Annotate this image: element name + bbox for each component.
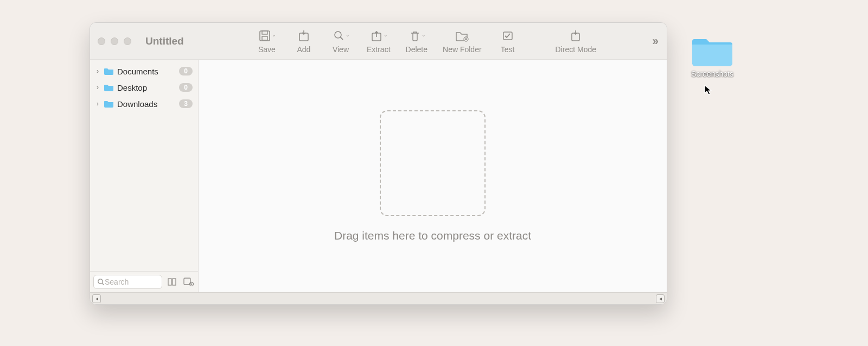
save-button[interactable]: ⌄ Save bbox=[256, 29, 278, 54]
window-controls bbox=[98, 37, 131, 45]
svg-text:⌄: ⌄ bbox=[272, 32, 275, 37]
test-icon bbox=[502, 29, 514, 42]
sidebar-item-label: Desktop bbox=[117, 83, 147, 92]
folder-icon bbox=[104, 67, 114, 75]
desktop-folder-label: Screenshots bbox=[688, 70, 737, 78]
search-input[interactable] bbox=[105, 278, 158, 286]
disclosure-icon[interactable]: › bbox=[94, 84, 101, 91]
svg-rect-14 bbox=[168, 279, 171, 285]
toolbar-overflow-button[interactable]: ›› bbox=[652, 34, 659, 48]
dropzone[interactable] bbox=[380, 110, 486, 216]
window-close-button[interactable] bbox=[98, 37, 105, 45]
window-title: Untitled bbox=[145, 35, 184, 47]
test-label: Test bbox=[501, 45, 515, 54]
view-button[interactable]: ⌄ View bbox=[330, 29, 352, 54]
app-window: Untitled ⌄ Save bbox=[90, 22, 667, 305]
add-button[interactable]: Add bbox=[293, 29, 315, 54]
svg-text:⌄: ⌄ bbox=[422, 32, 425, 37]
desktop-folder-screenshots[interactable]: Screenshots bbox=[688, 34, 737, 78]
footer-collapse-left-button[interactable]: ◂ bbox=[92, 294, 101, 303]
window-body: › Documents 0 › Desktop 0 › bbox=[90, 60, 667, 292]
svg-rect-1 bbox=[262, 31, 267, 34]
dropzone-hint: Drag items here to compress or extract bbox=[334, 229, 531, 242]
view-label: View bbox=[333, 45, 349, 54]
direct-mode-label: Direct Mode bbox=[556, 45, 596, 54]
window-footer: ◂ ◂ bbox=[90, 292, 667, 304]
content-area[interactable]: Drag items here to compress or extract bbox=[199, 60, 667, 292]
new-folder-label: New Folder bbox=[443, 45, 482, 54]
count-badge: 0 bbox=[179, 83, 193, 92]
delete-button[interactable]: ⌄ Delete bbox=[406, 29, 427, 54]
extract-button[interactable]: ⌄ Extract bbox=[367, 29, 391, 54]
svg-point-18 bbox=[191, 284, 193, 285]
folder-icon bbox=[104, 84, 114, 91]
sidebar-item-label: Documents bbox=[117, 67, 158, 76]
search-icon bbox=[97, 278, 105, 286]
sidebar-tree: › Documents 0 › Desktop 0 › bbox=[90, 60, 198, 271]
sidebar-item-label: Downloads bbox=[117, 99, 157, 109]
toolbar: ⌄ Save Add bbox=[256, 29, 596, 54]
count-badge: 0 bbox=[179, 67, 193, 76]
svg-text:⌄: ⌄ bbox=[346, 32, 349, 37]
sidebar-columns-button[interactable] bbox=[167, 276, 178, 288]
sidebar: › Documents 0 › Desktop 0 › bbox=[90, 60, 199, 292]
disclosure-icon[interactable]: › bbox=[94, 100, 101, 108]
svg-point-13 bbox=[98, 279, 103, 284]
svg-rect-0 bbox=[260, 31, 270, 41]
delete-icon: ⌄ bbox=[409, 29, 425, 42]
svg-rect-2 bbox=[262, 36, 267, 40]
test-button[interactable]: Test bbox=[497, 29, 519, 54]
footer-collapse-right-button[interactable]: ◂ bbox=[656, 294, 665, 303]
folder-icon bbox=[692, 34, 732, 66]
add-label: Add bbox=[297, 45, 311, 54]
svg-rect-15 bbox=[173, 279, 176, 285]
window-minimize-button[interactable] bbox=[111, 37, 118, 45]
disclosure-icon[interactable]: › bbox=[94, 67, 101, 75]
extract-label: Extract bbox=[367, 45, 391, 54]
save-icon: ⌄ bbox=[259, 29, 275, 42]
sidebar-item-downloads[interactable]: › Downloads 3 bbox=[90, 96, 198, 112]
new-folder-button[interactable]: New Folder bbox=[443, 29, 482, 54]
folder-icon bbox=[104, 100, 114, 108]
sidebar-item-documents[interactable]: › Documents 0 bbox=[90, 63, 198, 79]
new-folder-icon bbox=[455, 29, 469, 42]
svg-text:⌄: ⌄ bbox=[384, 32, 387, 37]
sidebar-preview-button[interactable] bbox=[183, 276, 195, 288]
direct-mode-button[interactable]: Direct Mode bbox=[556, 29, 596, 54]
sidebar-item-desktop[interactable]: › Desktop 0 bbox=[90, 79, 198, 96]
view-icon: ⌄ bbox=[333, 29, 349, 42]
extract-icon: ⌄ bbox=[371, 29, 387, 42]
sidebar-bottom bbox=[90, 271, 198, 292]
direct-mode-icon bbox=[570, 29, 582, 42]
count-badge: 3 bbox=[179, 99, 193, 108]
save-label: Save bbox=[258, 45, 276, 54]
add-icon bbox=[298, 29, 310, 42]
window-zoom-button[interactable] bbox=[124, 37, 131, 45]
search-field[interactable] bbox=[93, 275, 162, 289]
titlebar: Untitled ⌄ Save bbox=[90, 23, 667, 60]
delete-label: Delete bbox=[406, 45, 427, 54]
cursor-icon bbox=[704, 85, 713, 96]
